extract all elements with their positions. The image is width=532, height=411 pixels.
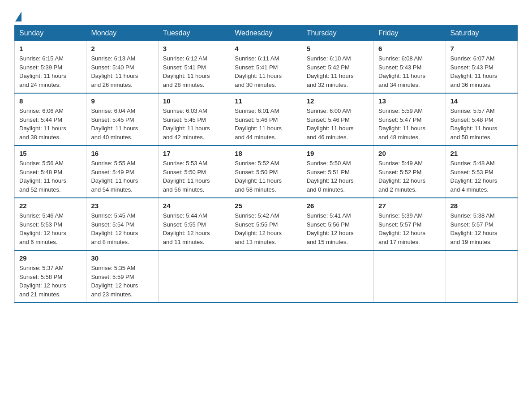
day-number: 14: [450, 97, 513, 105]
calendar-cell: 30 Sunrise: 5:35 AMSunset: 5:59 PMDaylig…: [86, 250, 158, 303]
day-detail: Sunrise: 6:08 AMSunset: 5:43 PMDaylight:…: [378, 54, 441, 89]
calendar-cell: 2 Sunrise: 6:13 AMSunset: 5:40 PMDayligh…: [86, 41, 158, 94]
calendar-cell: 3 Sunrise: 6:12 AMSunset: 5:41 PMDayligh…: [158, 41, 230, 94]
day-number: 29: [19, 254, 82, 262]
day-number: 3: [163, 45, 225, 52]
day-detail: Sunrise: 6:12 AMSunset: 5:41 PMDaylight:…: [163, 54, 225, 89]
day-number: 20: [378, 150, 441, 157]
calendar-cell: 7 Sunrise: 6:07 AMSunset: 5:43 PMDayligh…: [446, 41, 517, 94]
day-number: 19: [307, 150, 369, 157]
day-number: 2: [91, 45, 153, 52]
calendar-cell: 4 Sunrise: 6:11 AMSunset: 5:41 PMDayligh…: [230, 41, 302, 94]
day-detail: Sunrise: 5:49 AMSunset: 5:52 PMDaylight:…: [378, 159, 441, 194]
day-number: 6: [378, 45, 441, 52]
header-friday: Friday: [374, 26, 446, 41]
day-detail: Sunrise: 6:03 AMSunset: 5:45 PMDaylight:…: [163, 107, 225, 141]
calendar-week-row: 22 Sunrise: 5:46 AMSunset: 5:53 PMDaylig…: [15, 198, 518, 250]
calendar-cell: 21 Sunrise: 5:48 AMSunset: 5:53 PMDaylig…: [446, 146, 517, 198]
day-number: 10: [163, 97, 225, 105]
day-number: 17: [163, 150, 225, 157]
page-header: [14, 11, 518, 20]
calendar-cell: 19 Sunrise: 5:50 AMSunset: 5:51 PMDaylig…: [302, 146, 373, 198]
logo-triangle-icon: [15, 12, 21, 21]
calendar-week-row: 29 Sunrise: 5:37 AMSunset: 5:58 PMDaylig…: [15, 250, 518, 303]
calendar-cell: [230, 250, 302, 303]
day-number: 25: [235, 202, 297, 210]
day-detail: Sunrise: 5:39 AMSunset: 5:57 PMDaylight:…: [378, 211, 441, 246]
day-detail: Sunrise: 6:15 AMSunset: 5:39 PMDaylight:…: [19, 54, 82, 89]
day-detail: Sunrise: 5:45 AMSunset: 5:54 PMDaylight:…: [91, 211, 153, 246]
calendar-cell: 28 Sunrise: 5:38 AMSunset: 5:57 PMDaylig…: [446, 198, 517, 250]
day-detail: Sunrise: 6:07 AMSunset: 5:43 PMDaylight:…: [450, 54, 513, 89]
calendar-week-row: 1 Sunrise: 6:15 AMSunset: 5:39 PMDayligh…: [15, 41, 518, 94]
calendar-cell: 8 Sunrise: 6:06 AMSunset: 5:44 PMDayligh…: [15, 93, 86, 146]
day-number: 13: [378, 97, 441, 105]
calendar-cell: 27 Sunrise: 5:39 AMSunset: 5:57 PMDaylig…: [374, 198, 446, 250]
day-number: 5: [307, 45, 369, 52]
calendar-cell: [158, 250, 230, 303]
day-detail: Sunrise: 5:56 AMSunset: 5:48 PMDaylight:…: [19, 159, 82, 194]
header-thursday: Thursday: [302, 26, 373, 41]
calendar-cell: 5 Sunrise: 6:10 AMSunset: 5:42 PMDayligh…: [302, 41, 373, 94]
day-detail: Sunrise: 5:57 AMSunset: 5:48 PMDaylight:…: [450, 107, 513, 141]
day-detail: Sunrise: 5:42 AMSunset: 5:55 PMDaylight:…: [235, 211, 297, 246]
calendar-week-row: 15 Sunrise: 5:56 AMSunset: 5:48 PMDaylig…: [15, 146, 518, 198]
day-number: 15: [19, 150, 82, 157]
calendar-cell: 13 Sunrise: 5:59 AMSunset: 5:47 PMDaylig…: [374, 93, 446, 146]
day-detail: Sunrise: 5:41 AMSunset: 5:56 PMDaylight:…: [307, 211, 369, 246]
calendar-cell: 18 Sunrise: 5:52 AMSunset: 5:50 PMDaylig…: [230, 146, 302, 198]
header-saturday: Saturday: [446, 26, 517, 41]
calendar-cell: [446, 250, 517, 303]
calendar-cell: [374, 250, 446, 303]
calendar-cell: 14 Sunrise: 5:57 AMSunset: 5:48 PMDaylig…: [446, 93, 517, 146]
calendar-cell: 12 Sunrise: 6:00 AMSunset: 5:46 PMDaylig…: [302, 93, 373, 146]
day-detail: Sunrise: 5:37 AMSunset: 5:58 PMDaylight:…: [19, 264, 82, 299]
day-number: 1: [19, 45, 82, 52]
header-tuesday: Tuesday: [158, 26, 230, 41]
day-number: 4: [235, 45, 297, 52]
calendar-week-row: 8 Sunrise: 6:06 AMSunset: 5:44 PMDayligh…: [15, 93, 518, 146]
day-detail: Sunrise: 6:13 AMSunset: 5:40 PMDaylight:…: [91, 54, 153, 89]
calendar-cell: 16 Sunrise: 5:55 AMSunset: 5:49 PMDaylig…: [86, 146, 158, 198]
calendar-cell: 24 Sunrise: 5:44 AMSunset: 5:55 PMDaylig…: [158, 198, 230, 250]
day-number: 11: [235, 97, 297, 105]
header-wednesday: Wednesday: [230, 26, 302, 41]
day-number: 30: [91, 254, 153, 262]
day-number: 28: [450, 202, 513, 210]
day-number: 23: [91, 202, 153, 210]
calendar-cell: 26 Sunrise: 5:41 AMSunset: 5:56 PMDaylig…: [302, 198, 373, 250]
calendar-cell: 1 Sunrise: 6:15 AMSunset: 5:39 PMDayligh…: [15, 41, 86, 94]
calendar-cell: 11 Sunrise: 6:01 AMSunset: 5:46 PMDaylig…: [230, 93, 302, 146]
day-detail: Sunrise: 5:46 AMSunset: 5:53 PMDaylight:…: [19, 211, 82, 246]
day-number: 7: [450, 45, 513, 52]
day-detail: Sunrise: 5:48 AMSunset: 5:53 PMDaylight:…: [450, 159, 513, 194]
day-number: 21: [450, 150, 513, 157]
calendar-cell: 25 Sunrise: 5:42 AMSunset: 5:55 PMDaylig…: [230, 198, 302, 250]
calendar-cell: 9 Sunrise: 6:04 AMSunset: 5:45 PMDayligh…: [86, 93, 158, 146]
day-number: 8: [19, 97, 82, 105]
day-number: 16: [91, 150, 153, 157]
calendar-cell: 15 Sunrise: 5:56 AMSunset: 5:48 PMDaylig…: [15, 146, 86, 198]
day-detail: Sunrise: 6:01 AMSunset: 5:46 PMDaylight:…: [235, 107, 297, 141]
calendar-cell: 10 Sunrise: 6:03 AMSunset: 5:45 PMDaylig…: [158, 93, 230, 146]
day-detail: Sunrise: 6:06 AMSunset: 5:44 PMDaylight:…: [19, 107, 82, 141]
day-detail: Sunrise: 5:55 AMSunset: 5:49 PMDaylight:…: [91, 159, 153, 194]
calendar-header-row: SundayMondayTuesdayWednesdayThursdayFrid…: [15, 26, 518, 41]
day-detail: Sunrise: 5:52 AMSunset: 5:50 PMDaylight:…: [235, 159, 297, 194]
calendar-cell: 23 Sunrise: 5:45 AMSunset: 5:54 PMDaylig…: [86, 198, 158, 250]
day-number: 26: [307, 202, 369, 210]
day-detail: Sunrise: 6:10 AMSunset: 5:42 PMDaylight:…: [307, 54, 369, 89]
day-detail: Sunrise: 6:04 AMSunset: 5:45 PMDaylight:…: [91, 107, 153, 141]
day-number: 22: [19, 202, 82, 210]
day-detail: Sunrise: 5:44 AMSunset: 5:55 PMDaylight:…: [163, 211, 225, 246]
day-detail: Sunrise: 6:00 AMSunset: 5:46 PMDaylight:…: [307, 107, 369, 141]
calendar-table: SundayMondayTuesdayWednesdayThursdayFrid…: [14, 25, 518, 303]
calendar-cell: 6 Sunrise: 6:08 AMSunset: 5:43 PMDayligh…: [374, 41, 446, 94]
day-detail: Sunrise: 5:53 AMSunset: 5:50 PMDaylight:…: [163, 159, 225, 194]
calendar-cell: 29 Sunrise: 5:37 AMSunset: 5:58 PMDaylig…: [15, 250, 86, 303]
day-detail: Sunrise: 6:11 AMSunset: 5:41 PMDaylight:…: [235, 54, 297, 89]
day-detail: Sunrise: 5:59 AMSunset: 5:47 PMDaylight:…: [378, 107, 441, 141]
calendar-cell: 22 Sunrise: 5:46 AMSunset: 5:53 PMDaylig…: [15, 198, 86, 250]
day-detail: Sunrise: 5:50 AMSunset: 5:51 PMDaylight:…: [307, 159, 369, 194]
logo: [14, 11, 21, 20]
